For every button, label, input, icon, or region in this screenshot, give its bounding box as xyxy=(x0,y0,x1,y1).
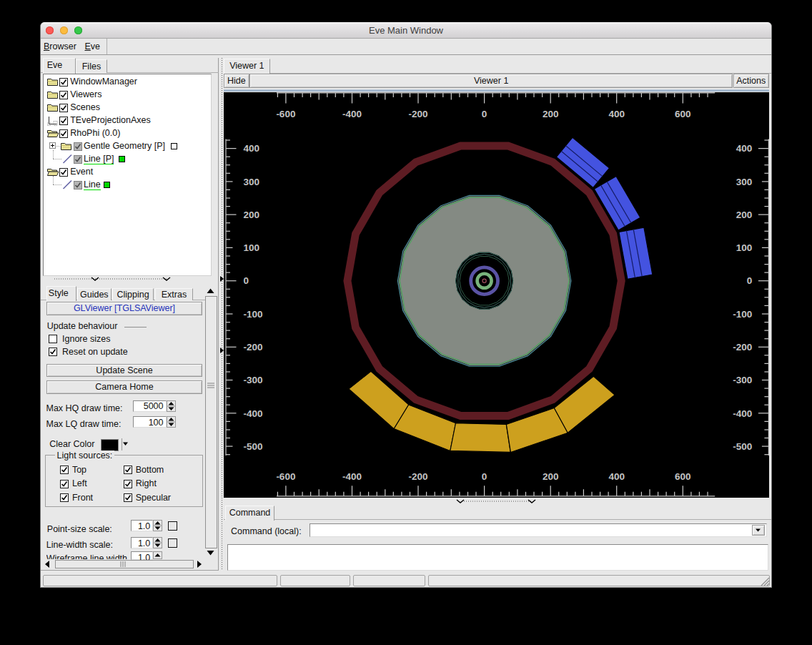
svg-text:200: 200 xyxy=(243,209,259,220)
svg-text:-200: -200 xyxy=(408,471,427,482)
svg-text:200: 200 xyxy=(543,471,559,482)
svg-text:-600: -600 xyxy=(276,471,295,482)
svg-text:-400: -400 xyxy=(342,109,362,119)
svg-text:-200: -200 xyxy=(408,109,427,119)
svg-text:200: 200 xyxy=(736,209,753,220)
svg-text:-500: -500 xyxy=(733,440,752,451)
svg-text:600: 600 xyxy=(675,109,691,119)
svg-text:0: 0 xyxy=(747,275,753,286)
svg-text:-200: -200 xyxy=(243,342,262,353)
svg-text:200: 200 xyxy=(543,109,559,119)
svg-text:-400: -400 xyxy=(733,408,752,418)
svg-text:0: 0 xyxy=(243,275,249,286)
svg-text:-200: -200 xyxy=(733,342,752,353)
svg-text:-400: -400 xyxy=(243,408,262,418)
svg-text:-300: -300 xyxy=(733,375,752,385)
svg-text:400: 400 xyxy=(736,143,753,154)
svg-text:0: 0 xyxy=(482,109,487,119)
svg-text:-100: -100 xyxy=(243,308,262,319)
svg-text:300: 300 xyxy=(736,176,753,187)
svg-text:0: 0 xyxy=(482,471,487,482)
svg-text:100: 100 xyxy=(243,242,259,253)
svg-text:-500: -500 xyxy=(243,440,262,451)
svg-text:-300: -300 xyxy=(243,375,262,385)
svg-text:100: 100 xyxy=(736,242,753,253)
svg-text:300: 300 xyxy=(243,176,259,187)
svg-text:400: 400 xyxy=(608,109,625,119)
svg-text:400: 400 xyxy=(608,471,625,482)
svg-text:400: 400 xyxy=(243,143,259,154)
svg-text:600: 600 xyxy=(675,471,691,482)
svg-text:-100: -100 xyxy=(733,308,752,319)
svg-text:-400: -400 xyxy=(342,471,362,482)
svg-text:-600: -600 xyxy=(276,109,295,119)
